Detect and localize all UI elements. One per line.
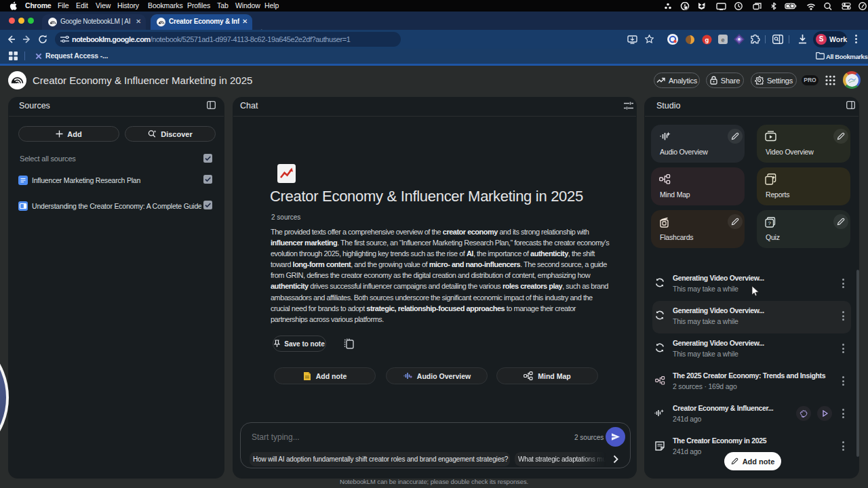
svg-text:e: e: [721, 37, 724, 43]
svg-text:g: g: [705, 36, 709, 43]
svg-text:?: ?: [768, 220, 771, 226]
